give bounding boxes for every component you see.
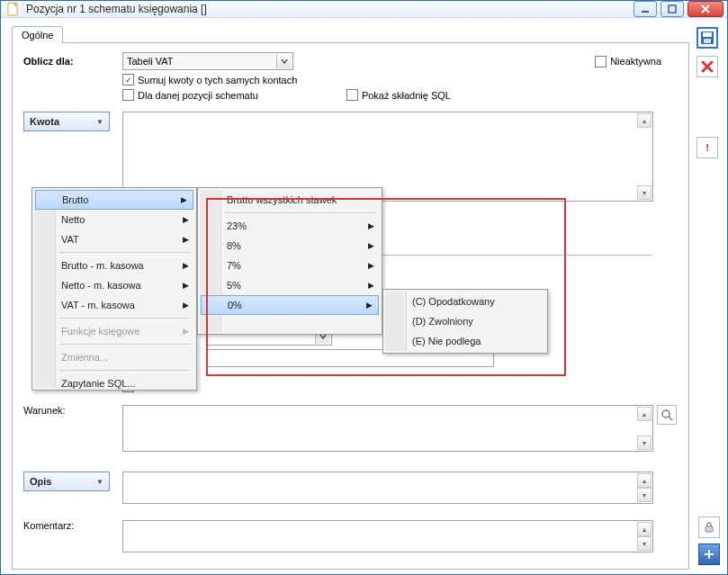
app-icon [6, 2, 21, 16]
svg-rect-1 [642, 11, 649, 13]
menu-item-brutto-all[interactable]: Brutto wszystkich stawek [200, 190, 380, 210]
menu-item-vat-mk[interactable]: VAT - m. kasowa▶ [34, 295, 194, 315]
svg-point-3 [662, 410, 670, 418]
scroll-up-icon[interactable]: ▴ [637, 113, 652, 128]
scroll-down-icon[interactable]: ▾ [637, 185, 652, 200]
window-title: Pozycja nr 1 schematu księgowania [] [26, 3, 634, 15]
scroll-down-icon[interactable]: ▾ [637, 436, 652, 450]
menu-item-d-zwolniony[interactable]: (D) Zwolniony [385, 311, 545, 331]
kwota-button-label: Kwota [30, 116, 59, 127]
svg-rect-7 [704, 39, 711, 43]
warunek-textarea[interactable]: ▴ ▾ [122, 405, 653, 452]
svg-rect-6 [703, 32, 712, 37]
kwota-button[interactable]: Kwota ▼ [23, 112, 110, 131]
window-buttons [634, 1, 724, 17]
close-button[interactable] [688, 1, 724, 17]
svg-line-4 [669, 417, 672, 420]
pokaz-sql-checkbox[interactable]: Pokaż składnię SQL [346, 89, 451, 101]
scroll-up-icon[interactable]: ▴ [637, 473, 652, 488]
client-area: Ogólne Oblicz dla: Tabeli VAT Nieak [1, 18, 727, 575]
minimize-button[interactable] [634, 1, 657, 17]
menu-item-rate-7[interactable]: 7%▶ [200, 256, 380, 275]
menu-item-c-opodatkowany[interactable]: (C) Opodatkowany [385, 292, 545, 311]
scroll-down-icon[interactable]: ▾ [637, 536, 652, 551]
menu-item-e-nie-podlega[interactable]: (E) Nie podlega [385, 331, 545, 351]
menu-item-rate-23[interactable]: 23%▶ [200, 216, 380, 236]
menu-item-rate-5[interactable]: 5%▶ [200, 275, 380, 295]
menu-item-netto[interactable]: Netto▶ [34, 210, 194, 229]
cancel-button[interactable] [697, 56, 718, 77]
caret-down-icon: ▼ [96, 478, 103, 486]
menu-item-funkcje[interactable]: Funkcje księgowe▶ [34, 321, 194, 341]
menu-item-netto-mk[interactable]: Netto - m. kasowa▶ [34, 275, 194, 295]
pokaz-sql-label: Pokaż składnię SQL [362, 90, 451, 101]
tab-general[interactable]: Ogólne [12, 26, 63, 43]
menu-item-rate-0[interactable]: 0%▶ [201, 295, 379, 315]
sumuj-checkbox[interactable]: Sumuj kwoty o tych samych kontach [122, 74, 297, 85]
nieaktywna-checkbox[interactable]: Nieaktywna [595, 56, 661, 67]
menu-item-rate-8[interactable]: 8%▶ [200, 236, 380, 256]
menu-item-zmienna[interactable]: Zmienna... [34, 347, 194, 367]
opis-button[interactable]: Opis ▼ [23, 472, 110, 491]
komentarz-textarea[interactable]: ▴ ▾ [122, 520, 653, 553]
nieaktywna-label: Nieaktywna [610, 56, 661, 67]
app-window: Pozycja nr 1 schematu księgowania [] Ogó… [0, 0, 728, 575]
chevron-down-icon [276, 54, 291, 68]
titlebar: Pozycja nr 1 schematu księgowania [] [1, 1, 727, 18]
kwota-menu: Brutto▶ Netto▶ VAT▶ Brutto - m. kasowa▶ … [31, 187, 197, 391]
save-button[interactable] [697, 27, 718, 49]
zero-percent-submenu: (C) Opodatkowany (D) Zwolniony (E) Nie p… [382, 289, 548, 354]
oblicz-dla-select[interactable]: Tabeli VAT [122, 52, 293, 70]
sumuj-label: Sumuj kwoty o tych samych kontach [138, 75, 297, 85]
scroll-up-icon[interactable]: ▴ [637, 522, 652, 536]
alert-button[interactable]: ! [697, 137, 718, 158]
caret-down-icon: ▼ [96, 118, 103, 126]
opis-textarea[interactable]: ▴ ▾ [122, 472, 653, 504]
oblicz-dla-value: Tabeli VAT [127, 56, 276, 67]
scroll-down-icon[interactable]: ▾ [637, 488, 652, 502]
apply-button[interactable] [698, 544, 720, 565]
right-toolbar: ! [695, 25, 720, 570]
svg-rect-2 [669, 5, 676, 13]
warunek-wand-button[interactable] [657, 405, 677, 425]
brutto-submenu: Brutto wszystkich stawek 23%▶ 8%▶ 7%▶ 5%… [197, 187, 382, 335]
dla-danej-label: Dla danej pozycji schematu [138, 90, 258, 101]
warunek-label: Warunek: [23, 405, 122, 416]
scroll-up-icon[interactable]: ▴ [637, 407, 652, 421]
main-area: Ogólne Oblicz dla: Tabeli VAT Nieak [12, 25, 689, 570]
menu-item-brutto[interactable]: Brutto▶ [35, 190, 193, 210]
dla-danej-checkbox[interactable]: Dla danej pozycji schematu [122, 89, 258, 101]
menu-item-brutto-mk[interactable]: Brutto - m. kasowa▶ [34, 256, 194, 275]
svg-rect-8 [706, 526, 713, 532]
oblicz-dla-label: Oblicz dla: [23, 56, 122, 67]
menu-item-zapytanie-sql[interactable]: Zapytanie SQL... [34, 373, 194, 393]
lock-button[interactable] [698, 517, 720, 538]
opis-button-label: Opis [30, 476, 51, 487]
maximize-button[interactable] [661, 1, 684, 17]
menu-item-vat[interactable]: VAT▶ [34, 229, 194, 249]
tab-page-general: Oblicz dla: Tabeli VAT Nieaktywna [12, 42, 689, 570]
komentarz-label: Komentarz: [23, 520, 122, 531]
tab-strip: Ogólne [12, 25, 689, 42]
